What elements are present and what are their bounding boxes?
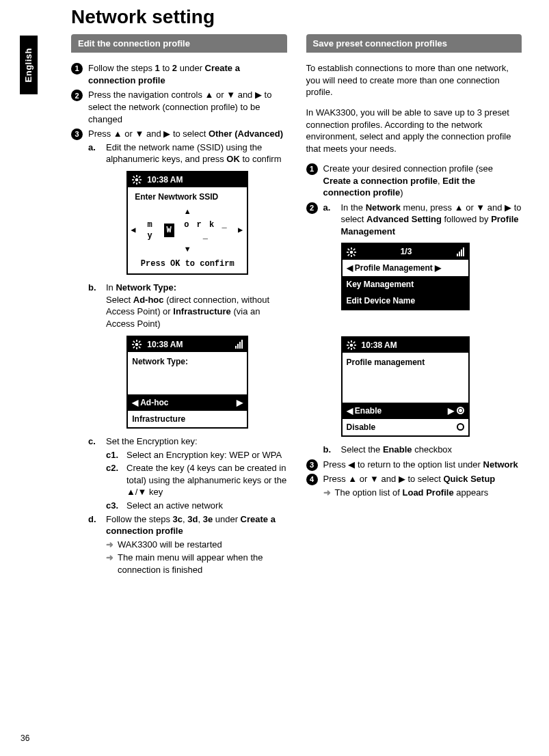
- status-bar: 1/3: [343, 244, 468, 259]
- gear-icon: [132, 175, 142, 185]
- text: 3c: [173, 514, 183, 524]
- sub-label-d: d.: [88, 513, 101, 576]
- svg-point-18: [349, 250, 353, 254]
- text: Press ▲ or ▼ and ▶ to select: [88, 129, 209, 139]
- text: 3d: [187, 514, 198, 524]
- text: Network Type:: [116, 282, 176, 293]
- text: In: [106, 282, 116, 293]
- sub-label-c2: c2.: [106, 462, 121, 498]
- svg-line-35: [347, 347, 349, 349]
- text: Disable: [347, 422, 376, 433]
- dev1-row: ◀ m y W o r k _ _ ▶: [131, 219, 244, 241]
- text: OK: [226, 154, 240, 164]
- device-enter-ssid: 10:38 AM Enter Newtwork SSID ▲ ◀ m y W o…: [126, 171, 248, 275]
- right-step-1-text: Create your desired connection profile (…: [323, 163, 522, 199]
- step-number-3: 3: [71, 129, 83, 140]
- left-step-3c1: c1. Select an Encryption key: WEP or WPA: [106, 449, 287, 461]
- text: appears: [454, 487, 489, 498]
- up-arrow-icon: ▲: [131, 206, 244, 217]
- text: Ad-hoc: [133, 295, 164, 305]
- left-step-3-content: Press ▲ or ▼ and ▶ to select Other (Adva…: [88, 128, 287, 576]
- left-step-3d: d. Follow the steps 3c, 3d, 3e under Cre…: [88, 513, 287, 576]
- svg-line-24: [353, 254, 354, 255]
- text: checkbox: [412, 444, 453, 455]
- text: Create a connection profile: [323, 176, 438, 186]
- right-arrow-icon: ▶: [237, 397, 243, 408]
- text: Follow the steps: [88, 63, 155, 73]
- text: Select an active network: [126, 500, 223, 512]
- left-step-3c3: c3. Select an active network: [106, 500, 287, 512]
- dev3-selected: ◀ Profile Management ▶: [343, 260, 468, 276]
- language-tab-label: English: [23, 48, 35, 82]
- right-step-2a: a. In the Network menu, press ▲ or ▼ and…: [323, 202, 522, 238]
- svg-line-25: [353, 248, 354, 249]
- device-network-type: 10:38 AM Network Type: ◀ Ad-hoc ▶ Infras…: [126, 336, 248, 429]
- right-step-2a-text: In the Network menu, press ▲ or ▼ and ▶ …: [341, 202, 522, 238]
- gear-icon: [347, 247, 356, 257]
- sub-label-a: a.: [88, 141, 101, 165]
- language-tab: English: [20, 36, 38, 94]
- text: Press ◀ to return to the option list und…: [323, 459, 483, 470]
- status-time: 10:38 AM: [147, 339, 183, 350]
- text: Create the key (4 keys can be created in…: [126, 462, 287, 498]
- left-step-3: 3 Press ▲ or ▼ and ▶ to select Other (Ad…: [71, 128, 287, 576]
- text: Enable: [383, 444, 412, 455]
- text: The option list of Load Profile appears: [335, 487, 489, 499]
- text: Network: [483, 459, 518, 470]
- left-step-1: 1 Follow the steps 1 to 2 under Create a…: [71, 62, 287, 86]
- text: to confirm: [240, 154, 282, 164]
- status-time: 10:38 AM: [147, 174, 183, 185]
- page-title: Network setting: [71, 4, 549, 30]
- text: Load Profile: [403, 487, 454, 498]
- left-step-3a-text: Edit the network name (SSID) using the a…: [106, 141, 287, 165]
- text: Other (Advanced): [209, 129, 283, 139]
- text: The main menu will appear when the conne…: [118, 552, 287, 576]
- left-step-3b: b. In Network Type: Select Ad-hoc (direc…: [88, 282, 287, 329]
- dev4-selected: ◀ Enable ▶: [343, 403, 468, 419]
- dev1-foot: Press OK to confirm: [131, 258, 244, 269]
- text: Ad-hoc: [140, 398, 168, 407]
- left-step-3c: c. Set the Encryption key: c1. Select an…: [88, 435, 287, 511]
- text: Create your desired connection profile (…: [323, 163, 494, 174]
- text: Quick Setup: [443, 474, 495, 484]
- dev3-row2: Key Management: [343, 276, 468, 293]
- text: under: [177, 63, 204, 73]
- signal-icon: [235, 340, 243, 349]
- right-arrow-icon: ▶: [238, 225, 244, 236]
- left-step-3c-text: Set the Encryption key: c1. Select an En…: [106, 435, 287, 511]
- device-profile-management-menu: 1/3 ◀ Profile Management ▶ Key Managemen…: [341, 243, 470, 310]
- text: ): [400, 187, 403, 198]
- left-step-2-text: Press the navigation controls ▲ or ▼ and…: [88, 89, 287, 125]
- text: Press ▲ or ▼ and ▶ to select: [323, 474, 444, 484]
- gear-icon: [132, 340, 142, 349]
- save-preset-header: Save preset connection profiles: [306, 34, 522, 53]
- left-step-3d-arrow2: ➜ The main menu will appear when the con…: [106, 552, 287, 576]
- dev4-unselected: Disable: [343, 419, 468, 435]
- result-arrow-icon: ➜: [106, 539, 113, 551]
- counter: 1/3: [401, 246, 412, 257]
- text: In the: [341, 202, 366, 213]
- text: Follow the steps: [106, 514, 173, 524]
- svg-line-6: [139, 182, 140, 183]
- text: Select an Encryption key: WEP or WPA: [126, 449, 282, 461]
- right-step-3: 3 Press ◀ to return to the option list u…: [306, 459, 522, 471]
- svg-line-26: [347, 254, 349, 255]
- text: 1: [155, 63, 160, 73]
- right-step-3-text: Press ◀ to return to the option list und…: [323, 459, 522, 471]
- svg-line-15: [139, 347, 140, 348]
- dev4-title: Profile management: [343, 357, 468, 368]
- svg-line-33: [353, 347, 354, 349]
- text: m y: [141, 219, 159, 241]
- right-step-4-text: Press ▲ or ▼ and ▶ to select Quick Setup…: [323, 473, 522, 498]
- left-step-1-text: Follow the steps 1 to 2 under Create a c…: [88, 62, 287, 86]
- left-step-3a: a. Edit the network name (SSID) using th…: [88, 141, 287, 165]
- left-step-3b-text: In Network Type: Select Ad-hoc (direct c…: [106, 282, 287, 329]
- step-number-3: 3: [306, 459, 318, 471]
- left-arrow-icon: ◀: [131, 225, 137, 236]
- device-profile-management-enable: 10:38 AM Profile management ◀ Enable ▶ D…: [341, 336, 470, 437]
- dev2-title: Network Type:: [128, 356, 247, 367]
- sub-label-c1: c1.: [106, 449, 121, 461]
- step-number-2: 2: [71, 90, 83, 101]
- left-step-3d-text: Follow the steps 3c, 3d, 3e under Create…: [106, 513, 287, 576]
- down-arrow-icon: ▼: [131, 244, 244, 254]
